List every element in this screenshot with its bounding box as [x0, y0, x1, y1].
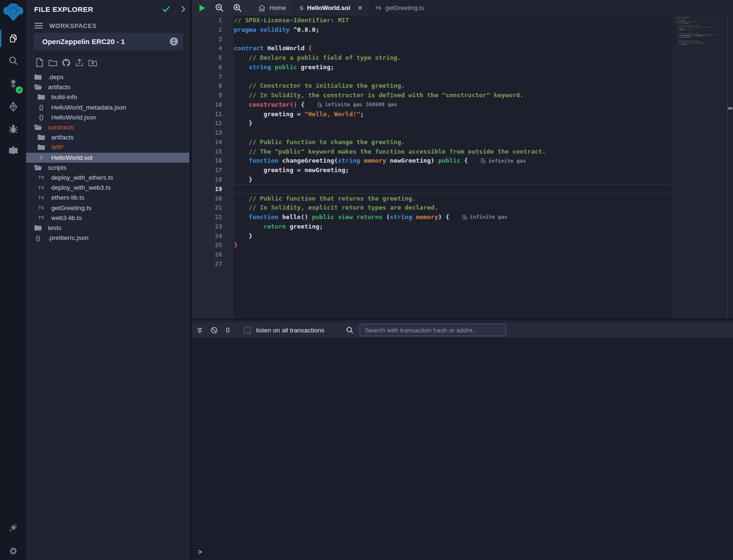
line-number[interactable]: 23	[192, 222, 234, 231]
debugger-icon[interactable]	[0, 118, 26, 140]
code-line-22[interactable]: 22 function hello() public view returns …	[192, 212, 671, 222]
workspace-select[interactable]: OpenZeppelin ERC20 - 1	[34, 33, 183, 50]
line-number[interactable]: 17	[192, 165, 234, 175]
new-file-icon[interactable]	[35, 57, 44, 68]
tab-home[interactable]: Home	[251, 0, 293, 16]
code-editor[interactable]: 1// SPDX-License-Identifier: MIT2pragma …	[192, 16, 733, 319]
tree-item-deploy-with-ethers-ts[interactable]: TSdeploy_with_ethers.ts	[26, 173, 189, 183]
terminal-collapse-icon[interactable]	[196, 327, 203, 334]
run-icon[interactable]	[199, 4, 206, 12]
code-line-27[interactable]: 27	[192, 259, 671, 269]
minimap[interactable]: // SPDX-License-Identifier: MITpragma so…	[671, 16, 727, 319]
code-line-20[interactable]: 20 // Public function that returns the g…	[192, 194, 671, 203]
listen-transactions-checkbox[interactable]	[244, 327, 251, 334]
tree-item-helloworld-metadata-json[interactable]: {}HelloWorld_metadata.json	[26, 102, 189, 112]
line-number[interactable]: 1	[192, 16, 234, 25]
scrollbar-thumb[interactable]	[728, 107, 733, 110]
tree-item-artifacts[interactable]: artifacts	[26, 82, 189, 92]
tree-item-build-info[interactable]: build-info	[26, 92, 189, 102]
code-line-19[interactable]: 19	[192, 184, 671, 194]
plugin-manager-icon[interactable]	[0, 517, 26, 539]
line-number[interactable]: 4	[192, 44, 234, 53]
tree-item-contracts[interactable]: contracts	[26, 122, 189, 132]
hamburger-menu-icon[interactable]	[34, 22, 43, 29]
tree-item-tests[interactable]: tests	[26, 223, 189, 233]
code-line-7[interactable]: 7	[192, 72, 671, 82]
line-number[interactable]: 20	[192, 194, 234, 203]
transaction-search-input[interactable]	[360, 324, 506, 336]
line-number[interactable]: 13	[192, 128, 234, 138]
code-line-26[interactable]: 26	[192, 250, 671, 259]
line-number[interactable]: 15	[192, 147, 234, 156]
code-line-25[interactable]: 25}	[192, 240, 671, 250]
clone-github-icon[interactable]	[62, 57, 71, 68]
line-number[interactable]: 24	[192, 231, 234, 241]
file-explorer-icon[interactable]	[0, 28, 26, 49]
tree-item-web3-lib-ts[interactable]: TSweb3-lib.ts	[26, 213, 189, 223]
code-line-17[interactable]: 17 greeting = newGreeting;	[192, 165, 671, 175]
line-number[interactable]: 21	[192, 203, 234, 212]
tree-item-ethers-lib-ts[interactable]: TSethers-lib.ts	[26, 193, 189, 202]
line-number[interactable]: 19	[192, 184, 234, 194]
tree-item-helloworld-json[interactable]: {}HelloWorld.json	[26, 112, 189, 122]
line-number[interactable]: 18	[192, 175, 234, 184]
tree-item--deps[interactable]: .deps	[26, 72, 189, 82]
terminal-clear-icon[interactable]	[211, 327, 218, 334]
code-line-24[interactable]: 24 }	[192, 231, 671, 241]
line-number[interactable]: 27	[192, 259, 234, 269]
code-line-5[interactable]: 5 // Declare a public field of type stri…	[192, 53, 671, 63]
line-number[interactable]: 2	[192, 25, 234, 35]
code-line-18[interactable]: 18 }	[192, 175, 671, 184]
tree-item-helloworld-sol[interactable]: SHelloWorld.sol	[26, 153, 189, 163]
line-number[interactable]: 9	[192, 91, 234, 100]
upload-folder-icon[interactable]	[88, 57, 97, 68]
deploy-run-icon[interactable]	[0, 96, 26, 118]
tree-item--prettierrc-json[interactable]: {}.prettierrc.json	[26, 233, 189, 243]
code-line-21[interactable]: 21 // In Solidity, explicit return types…	[192, 203, 671, 212]
tree-item-wip[interactable]: WIP	[26, 142, 189, 152]
zoom-in-icon[interactable]	[233, 3, 242, 12]
settings-gear-icon[interactable]	[0, 540, 26, 560]
line-number[interactable]: 14	[192, 138, 234, 147]
search-icon[interactable]	[0, 50, 26, 72]
code-line-12[interactable]: 12 }	[192, 119, 671, 128]
chevron-right-icon[interactable]	[181, 5, 186, 13]
upload-file-icon[interactable]	[75, 57, 84, 68]
line-number[interactable]: 10	[192, 100, 234, 110]
terminal-output[interactable]: >	[192, 338, 733, 560]
code-line-13[interactable]: 13	[192, 128, 671, 138]
code-line-9[interactable]: 9 // In Solidity, the constructor is def…	[192, 91, 671, 100]
line-number[interactable]: 11	[192, 110, 234, 119]
code-line-3[interactable]: 3	[192, 35, 671, 44]
line-number[interactable]: 6	[192, 63, 234, 72]
line-number[interactable]: 3	[192, 35, 234, 44]
editor-scrollbar[interactable]	[727, 16, 733, 319]
line-number[interactable]: 8	[192, 81, 234, 91]
learn-icon[interactable]	[0, 139, 26, 161]
code-line-16[interactable]: 16 function changeGreeting(string memory…	[192, 156, 671, 165]
tree-item-deploy-with-web3-ts[interactable]: TSdeploy_with_web3.ts	[26, 183, 189, 193]
tab-getgreeting-ts[interactable]: TSgetGreeting.ts	[369, 0, 430, 16]
tab-helloworld-sol[interactable]: SHelloWorld.sol×	[293, 0, 369, 16]
code-line-6[interactable]: 6 string public greeting;	[192, 63, 671, 72]
line-number[interactable]: 12	[192, 119, 234, 128]
code-line-15[interactable]: 15 // The "public" keyword makes the fun…	[192, 147, 671, 156]
code-line-4[interactable]: 4contract HelloWorld {	[192, 44, 671, 53]
code-line-23[interactable]: 23 return greeting;	[192, 222, 671, 231]
line-number[interactable]: 26	[192, 250, 234, 259]
close-tab-icon[interactable]: ×	[358, 4, 362, 12]
code-line-8[interactable]: 8 // Constructor to initialize the greet…	[192, 81, 671, 91]
code-line-2[interactable]: 2pragma solidity ^0.8.0;	[192, 25, 671, 35]
check-icon[interactable]	[162, 6, 170, 12]
code-line-14[interactable]: 14 // Public function to change the gree…	[192, 138, 671, 147]
line-number[interactable]: 5	[192, 53, 234, 63]
code-line-10[interactable]: 10 constructor() {infinite gas 368600 ga…	[192, 100, 671, 110]
line-number[interactable]: 16	[192, 156, 234, 165]
line-number[interactable]: 22	[192, 212, 234, 222]
line-number[interactable]: 7	[192, 72, 234, 82]
zoom-out-icon[interactable]	[215, 3, 224, 12]
tree-item-getgreeting-ts[interactable]: TSgetGreeting.ts	[26, 202, 189, 212]
new-folder-icon[interactable]	[48, 57, 57, 68]
line-number[interactable]: 25	[192, 240, 234, 250]
code-line-11[interactable]: 11 greeting = "Hello, World!";	[192, 110, 671, 119]
